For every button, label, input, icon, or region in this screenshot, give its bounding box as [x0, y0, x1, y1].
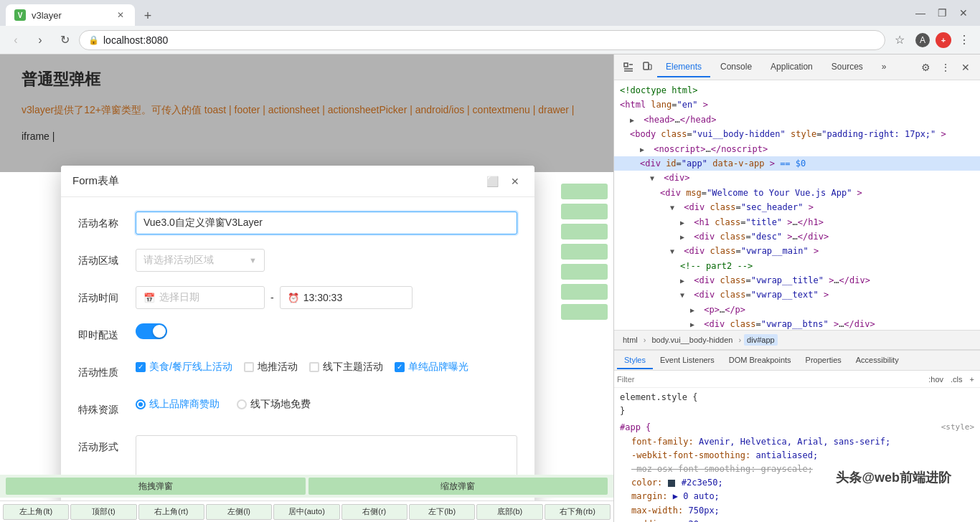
dialog-overlay: Form表单 ⬜ ✕ 活动名称 [0, 54, 613, 172]
styles-tab-styles[interactable]: Styles [617, 352, 653, 369]
pos-lt[interactable]: 左上角(lt) [3, 504, 69, 520]
dom-content: ▶ <div class="vwrap__btns" >…</div> [690, 317, 875, 330]
pos-lb[interactable]: 左下(lb) [409, 504, 475, 520]
url-bar[interactable]: 🔒 localhost:8080 [79, 30, 885, 50]
font-family-prop: font-family: Avenir, Helvetica, Arial, s… [620, 437, 890, 447]
pos-b[interactable]: 底部(b) [476, 504, 542, 520]
title-bar: V v3layer ✕ + — ❐ ✕ [0, 0, 980, 26]
pos-t[interactable]: 顶部(t) [70, 504, 136, 520]
dom-content: <body class="vui__body-hidden" style="pa… [630, 127, 946, 141]
styles-tab-accessibility[interactable]: Accessibility [849, 352, 906, 369]
pos-auto[interactable]: 居中(auto) [273, 504, 339, 520]
devtools-tab-more[interactable]: » [873, 57, 895, 77]
hov-filter-button[interactable]: :hov [925, 374, 946, 384]
dom-content: ▼ <div class="sec_header" > [670, 200, 814, 214]
form-label-name: 活动名称 [78, 212, 136, 234]
dialog-body: 活动名称 活动区域 请选择活动区域 [61, 197, 534, 516]
nature-option-3[interactable]: 线下主题活动 [309, 361, 383, 374]
dom-line-body[interactable]: <body class="vui__body-hidden" style="pa… [614, 127, 980, 141]
inspect-element-button[interactable] [620, 59, 637, 76]
extension-icon[interactable]: + [936, 32, 951, 48]
dom-line-desc[interactable]: ▶ <div class="desc" >…</div> [614, 229, 980, 244]
drag-dialog-button[interactable]: 拖拽弹窗 [6, 478, 306, 495]
pos-rt[interactable]: 右上角(rt) [138, 504, 204, 520]
minimize-button[interactable]: — [913, 5, 928, 21]
time-picker[interactable]: ⏰ 13:30:33 [280, 286, 413, 309]
zoom-dialog-button[interactable]: 缩放弹窗 [308, 478, 608, 495]
styles-tab-event-listeners[interactable]: Event Listeners [653, 352, 722, 369]
element-style-selector: element.style { [620, 392, 697, 402]
pos-rb[interactable]: 右下角(rb) [545, 504, 611, 520]
dom-line-app[interactable]: <div id="app" data-v-app > == $0 [614, 156, 980, 171]
back-button[interactable]: ‹ [6, 30, 26, 50]
close-button[interactable]: ✕ [956, 5, 971, 21]
nature-option-2[interactable]: 地推活动 [244, 361, 298, 374]
dom-line-noscript[interactable]: ▶ <noscript>…</noscript> [614, 142, 980, 156]
active-tab[interactable]: V v3layer ✕ [6, 4, 135, 26]
more-menu-button[interactable]: ⋮ [954, 30, 974, 50]
nature-checkbox-group: ✓ 美食/餐厅线上活动 地推活动 [136, 361, 517, 374]
max-width-prop: max-width: 750px; [620, 506, 720, 516]
pos-r[interactable]: 右侧(r) [341, 504, 407, 520]
account-button[interactable]: A [913, 30, 933, 50]
tab-close-button[interactable]: ✕ [115, 9, 126, 21]
breadcrumb-html[interactable]: html [620, 334, 641, 346]
dialog-maximize-button[interactable]: ⬜ [484, 174, 500, 189]
devtools-more-button[interactable]: ⋮ [937, 59, 954, 76]
dom-line-sec-header[interactable]: ▼ <div class="sec_header" > [614, 200, 980, 214]
dom-line-html[interactable]: <html lang="en" > [614, 98, 980, 112]
dom-line-btns-1[interactable]: ▶ <div class="vwrap__btns" >…</div> [614, 317, 980, 330]
side-btn-2[interactable] [561, 204, 608, 219]
delivery-toggle[interactable] [136, 323, 167, 339]
styles-tab-properties[interactable]: Properties [798, 352, 849, 369]
breadcrumb-body[interactable]: body.vui__body-hidden [649, 334, 735, 346]
dom-line-head[interactable]: ▶ <head>…</head> [614, 113, 980, 127]
dom-line-doctype[interactable]: <!doctype html> [614, 83, 980, 98]
nature-option-1[interactable]: ✓ 美食/餐厅线上活动 [136, 361, 232, 374]
devtools-tab-console[interactable]: Console [712, 57, 760, 77]
dom-line-vwrap-title[interactable]: ▶ <div class="vwrap__title" >…</div> [614, 273, 980, 288]
dom-line-vwrap-text[interactable]: ▼ <div class="vwrap__text" > [614, 288, 980, 302]
date-picker[interactable]: 📅 选择日期 [136, 286, 265, 309]
nature-option-4[interactable]: ✓ 单纯品牌曝光 [395, 361, 468, 374]
restore-button[interactable]: ❐ [934, 5, 950, 21]
devtools-close-button[interactable]: ✕ [957, 59, 974, 76]
side-btn-3[interactable] [561, 224, 608, 239]
devtools-tab-sources[interactable]: Sources [823, 57, 872, 77]
new-tab-button[interactable]: + [138, 6, 158, 26]
dom-line-comment-part2[interactable]: <!-- part2 --> [614, 259, 980, 273]
dom-line-div-msg[interactable]: <div msg="Welcome to Your Vue.js App" > [614, 186, 980, 200]
styles-tab-dom-breakpoints[interactable]: DOM Breakpoints [722, 352, 798, 369]
area-select[interactable]: 请选择活动区域 ▼ [136, 249, 265, 272]
styles-panel: Styles Event Listeners DOM Breakpoints P… [614, 350, 980, 522]
side-btn-6[interactable] [561, 284, 608, 300]
side-btn-4[interactable] [561, 244, 608, 260]
styles-filter-input[interactable] [617, 373, 923, 386]
breadcrumb-app[interactable]: div#app [744, 334, 778, 346]
color-swatch [668, 480, 675, 487]
cls-filter-button[interactable]: .cls [948, 374, 966, 384]
dom-line-p[interactable]: ▶ <p>…</p> [614, 303, 980, 317]
refresh-button[interactable]: ↻ [55, 30, 75, 50]
devtools-tab-application[interactable]: Application [762, 57, 821, 77]
devtools-settings-button[interactable]: ⚙ [917, 59, 934, 76]
side-btn-1[interactable] [561, 184, 608, 199]
dom-line-vwrap-main[interactable]: ▼ <div class="vwrap__main" > [614, 244, 980, 258]
dom-line-div[interactable]: ▼ <div> [614, 171, 980, 185]
add-style-button[interactable]: + [967, 374, 977, 384]
position-bar: 左上角(lt) 顶部(t) 右上角(rt) 左侧(l) 居中(auto) 右侧(… [0, 500, 613, 522]
forward-button[interactable]: › [30, 30, 50, 50]
activity-name-input[interactable] [136, 212, 517, 234]
dom-line-h1[interactable]: ▶ <h1 class="title" >…</h1> [614, 215, 980, 229]
side-btn-5[interactable] [561, 264, 608, 280]
dialog-close-button[interactable]: ✕ [507, 174, 523, 189]
side-btn-7[interactable] [561, 304, 608, 320]
resource-option-1[interactable]: 线上品牌商赞助 [136, 398, 220, 411]
webkit-smoothing-prop: -webkit-font-smoothing: antialiased; [620, 450, 818, 460]
device-toolbar-button[interactable] [639, 59, 656, 76]
star-button[interactable]: ☆ [890, 30, 910, 50]
devtools-tab-elements[interactable]: Elements [657, 57, 710, 77]
checkbox-2 [244, 362, 254, 372]
pos-l[interactable]: 左侧(l) [206, 504, 272, 520]
resource-option-2[interactable]: 线下场地免费 [237, 398, 311, 411]
